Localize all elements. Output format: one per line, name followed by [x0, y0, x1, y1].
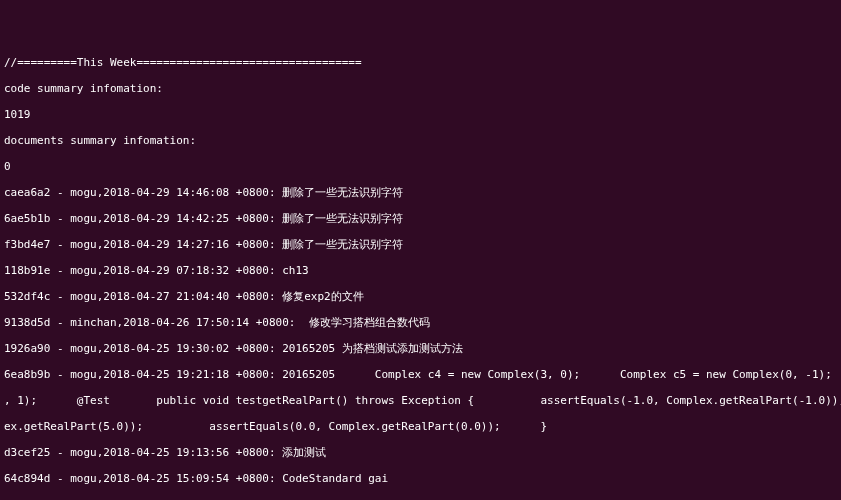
commit-line: , 1); @Test public void testgetRealPart(…	[4, 394, 837, 407]
commit-line: f3bd4e7 - mogu,2018-04-29 14:27:16 +0800…	[4, 238, 837, 251]
commit-line: 64c894d - mogu,2018-04-25 15:09:54 +0800…	[4, 472, 837, 485]
commit-line: 532df4c - mogu,2018-04-27 21:04:40 +0800…	[4, 290, 837, 303]
commit-line: d3cef25 - mogu,2018-04-25 19:13:56 +0800…	[4, 446, 837, 459]
docs-summary-value: 0	[4, 160, 837, 173]
commit-line: 6ea8b9b - mogu,2018-04-25 19:21:18 +0800…	[4, 368, 837, 381]
commit-line: 9138d5d - minchan,2018-04-26 17:50:14 +0…	[4, 316, 837, 329]
section-header: //=========This Week====================…	[4, 56, 837, 69]
commit-line: ex.getRealPart(5.0)); assertEquals(0.0, …	[4, 420, 837, 433]
commit-line: 6ae5b1b - mogu,2018-04-29 14:42:25 +0800…	[4, 212, 837, 225]
docs-summary-label: documents summary infomation:	[4, 134, 837, 147]
commit-line: caea6a2 - mogu,2018-04-29 14:46:08 +0800…	[4, 186, 837, 199]
commit-line: 1926a90 - mogu,2018-04-25 19:30:02 +0800…	[4, 342, 837, 355]
code-summary-label: code summary infomation:	[4, 82, 837, 95]
commit-line: 118b91e - mogu,2018-04-29 07:18:32 +0800…	[4, 264, 837, 277]
code-summary-value: 1019	[4, 108, 837, 121]
